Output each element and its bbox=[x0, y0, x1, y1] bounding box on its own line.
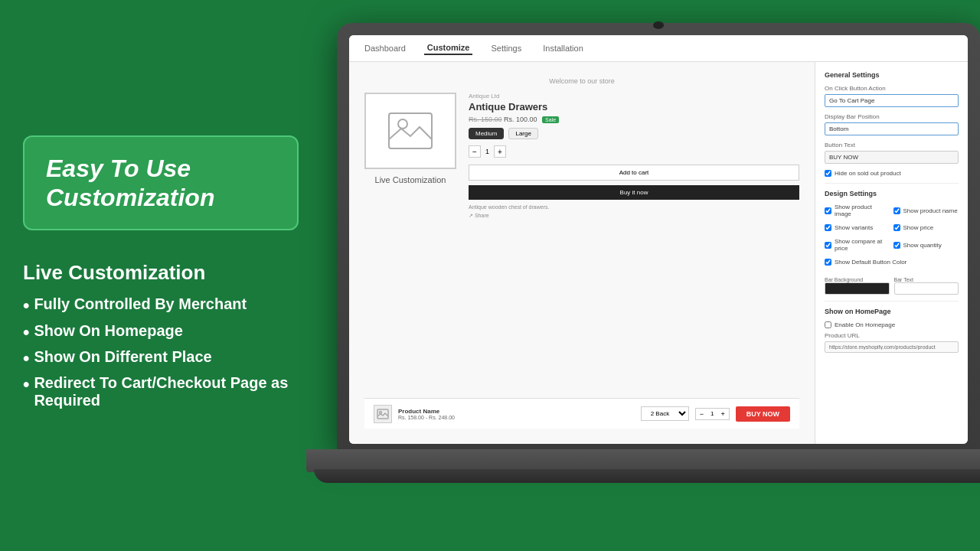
main-area: Welcome to our store bbox=[349, 62, 968, 444]
cb-button-color[interactable] bbox=[825, 259, 831, 266]
sticky-quantity: − 1 + bbox=[695, 408, 730, 420]
svg-point-1 bbox=[398, 119, 407, 129]
nav-bar: Dashboard Customize Settings Installatio… bbox=[349, 35, 968, 62]
cb-button-color-label: Show Default Button Color bbox=[835, 259, 906, 266]
general-settings-title: General Settings bbox=[825, 71, 959, 79]
sticky-price-to-val: Rs. 248.00 bbox=[429, 415, 455, 420]
hide-sold-out-row: Hide on sold out product bbox=[825, 170, 959, 177]
nav-installation[interactable]: Installation bbox=[540, 42, 586, 54]
cb-quantity-label: Show quantity bbox=[903, 242, 942, 249]
sticky-qty-minus[interactable]: − bbox=[696, 409, 707, 419]
product-brand: Antique Ltd bbox=[469, 93, 799, 99]
screen-content: Dashboard Customize Settings Installatio… bbox=[349, 35, 968, 444]
quantity-row: − 1 + bbox=[469, 145, 799, 158]
cb-product-image-label: Show product image bbox=[835, 204, 890, 217]
cb-show-quantity: Show quantity bbox=[893, 238, 959, 252]
divider2 bbox=[825, 301, 959, 302]
sticky-qty-value: 1 bbox=[707, 409, 717, 419]
enable-homepage-row: Enable On Homepage bbox=[825, 321, 959, 328]
enable-homepage-checkbox[interactable] bbox=[825, 321, 831, 328]
product-preview: Welcome to our store bbox=[349, 62, 815, 444]
store-header: Welcome to our store bbox=[364, 77, 799, 85]
sticky-buy-button[interactable]: BUY NOW bbox=[736, 406, 790, 422]
laptop-screen: Dashboard Customize Settings Installatio… bbox=[349, 35, 968, 444]
bar-background-block: Bar Background bbox=[825, 276, 890, 295]
cb-show-product-name: Show product name bbox=[893, 204, 959, 217]
bar-bg-label: Bar Background bbox=[825, 277, 890, 282]
list-item: • Fully Controlled By Merchant bbox=[23, 295, 299, 315]
cb-show-price: Show price bbox=[893, 224, 959, 231]
button-text-label: Button Text bbox=[825, 142, 959, 148]
product-url-label: Product URL bbox=[825, 332, 959, 339]
cb-compare-price[interactable] bbox=[825, 242, 831, 249]
cb-product-name-label: Show product name bbox=[903, 207, 958, 214]
cb-show-variants: Show variants bbox=[825, 224, 890, 231]
sticky-price-from: Rs. 158.00 bbox=[398, 415, 424, 420]
product-details: Antique Ltd Antique Drawers Rs. 150.00 R… bbox=[469, 93, 799, 398]
cb-show-product-image: Show product image bbox=[825, 204, 890, 217]
show-homepage-title: Show on HomePage bbox=[825, 308, 959, 315]
cb-variants-label: Show variants bbox=[835, 224, 873, 231]
size-options: Medium Large bbox=[469, 128, 799, 139]
bullet-icon: • bbox=[23, 295, 29, 315]
design-checkboxes: Show product image Show product name Sho… bbox=[825, 204, 959, 269]
left-panel: Easy To Use Customization Live Customiza… bbox=[0, 0, 322, 551]
product-price: Rs. 150.00 Rs. 100.00 Sale bbox=[469, 116, 799, 123]
sale-price: Rs. 100.00 bbox=[504, 116, 537, 123]
button-text-input[interactable] bbox=[825, 151, 959, 164]
cb-quantity[interactable] bbox=[893, 242, 900, 249]
hide-sold-out-checkbox[interactable] bbox=[825, 170, 831, 177]
svg-point-3 bbox=[380, 411, 382, 413]
display-bar-input[interactable] bbox=[825, 122, 959, 135]
nav-dashboard[interactable]: Dashboard bbox=[361, 42, 409, 54]
nav-settings[interactable]: Settings bbox=[488, 42, 524, 54]
cb-product-image[interactable] bbox=[825, 207, 831, 214]
qty-value: 1 bbox=[485, 148, 489, 155]
cb-compare-price-label: Show compare at price bbox=[835, 238, 890, 252]
feature-item-1: Fully Controlled By Merchant bbox=[34, 295, 247, 313]
sticky-product-price: Rs. 158.00 - Rs. 248.00 bbox=[398, 415, 635, 420]
headline-box: Easy To Use Customization bbox=[23, 135, 299, 231]
size-medium[interactable]: Medium bbox=[469, 128, 504, 139]
share-link[interactable]: ↗ Share bbox=[469, 213, 799, 219]
laptop-notch bbox=[653, 21, 664, 29]
on-click-label: On Click Button Action bbox=[825, 85, 959, 92]
cb-price-label: Show price bbox=[903, 224, 934, 231]
display-bar-label: Display Bar Position bbox=[825, 113, 959, 120]
sticky-qty-plus[interactable]: + bbox=[717, 409, 728, 419]
feature-item-2: Show On Homepage bbox=[34, 322, 182, 340]
bullet-icon: • bbox=[23, 374, 29, 394]
svg-rect-0 bbox=[389, 113, 432, 148]
cb-product-name[interactable] bbox=[893, 207, 900, 214]
qty-minus[interactable]: − bbox=[469, 145, 481, 158]
bar-text-swatch[interactable] bbox=[894, 282, 959, 295]
on-click-input[interactable] bbox=[825, 94, 959, 107]
bar-text-block: Bar Text bbox=[894, 276, 959, 295]
sticky-bar: Product Name Rs. 158.00 - Rs. 248.00 2 B… bbox=[364, 398, 799, 429]
feature-item-3: Show On Different Place bbox=[34, 348, 211, 366]
design-settings-title: Design Settings bbox=[825, 190, 959, 197]
qty-plus[interactable]: + bbox=[494, 145, 506, 158]
headline-text: Easy To Use Customization bbox=[46, 154, 276, 213]
bullet-icon: • bbox=[23, 322, 29, 342]
size-large[interactable]: Large bbox=[508, 128, 537, 139]
product-url-input[interactable] bbox=[825, 341, 959, 353]
bar-text-label: Bar Text bbox=[894, 277, 959, 282]
list-item: • Show On Homepage bbox=[23, 322, 299, 342]
sticky-product-name: Product Name bbox=[398, 408, 635, 415]
live-customization-label: Live Customization bbox=[375, 175, 446, 184]
cb-variants[interactable] bbox=[825, 224, 831, 231]
nav-customize[interactable]: Customize bbox=[424, 41, 473, 55]
add-to-cart-button[interactable]: Add to cart bbox=[469, 165, 799, 181]
cb-price[interactable] bbox=[893, 224, 900, 231]
laptop-container: Dashboard Customize Settings Installatio… bbox=[306, 23, 980, 528]
bar-background-swatch[interactable] bbox=[825, 282, 890, 295]
feature-list: • Fully Controlled By Merchant • Show On… bbox=[23, 295, 299, 416]
laptop-foot bbox=[314, 469, 980, 483]
product-image bbox=[364, 93, 456, 169]
buy-now-button[interactable]: Buy it now bbox=[469, 185, 799, 200]
feature-item-4: Redirect To Cart/Checkout Page as Requir… bbox=[34, 374, 299, 409]
sticky-back-select[interactable]: 2 Back bbox=[641, 406, 689, 421]
share-icon: ↗ bbox=[469, 213, 473, 218]
list-item: • Show On Different Place bbox=[23, 348, 299, 368]
